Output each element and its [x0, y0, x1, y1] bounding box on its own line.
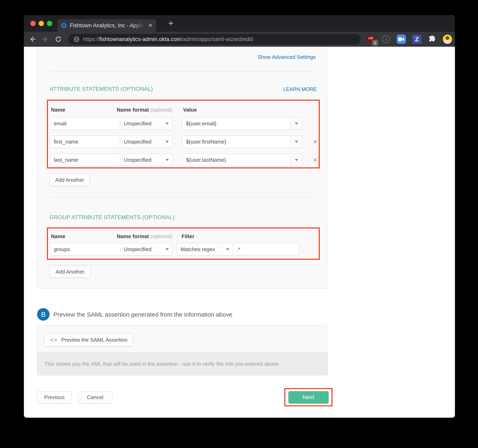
column-header-name: Name — [51, 107, 65, 113]
attribute-name-format-select[interactable]: Unspecified — [120, 135, 173, 148]
password-manager-extension-icon[interactable] — [382, 35, 390, 43]
attribute-value-dropdown-button[interactable] — [290, 117, 302, 130]
page-content: Show Advanced Settings ATTRIBUTE STATEME… — [24, 47, 455, 418]
highlight-box-group-attribute-statements: Name Name format (optional) Filter Unspe… — [47, 227, 320, 260]
extensions-puzzle-icon[interactable] — [428, 35, 436, 43]
show-advanced-settings-link[interactable]: Show Advanced Settings — [258, 54, 316, 60]
url-path: /admin/apps/saml-wizard/edit/ — [181, 36, 253, 42]
window-controls — [30, 21, 52, 26]
browser-window: Fishtown Analytics, Inc - Applic ✕ + htt… — [24, 15, 455, 418]
url-scheme: https:// — [83, 36, 99, 42]
attribute-name-format-select[interactable]: Unspecified — [120, 117, 173, 130]
name-format-optional-label: (optional) — [150, 233, 172, 239]
address-bar[interactable]: https://fishtownanalytics-admin.okta.com… — [68, 34, 361, 44]
ublock-label: uO — [368, 36, 373, 40]
close-window-button[interactable] — [30, 21, 36, 26]
minimize-window-button[interactable] — [39, 21, 44, 26]
chevron-down-icon — [226, 248, 229, 251]
z-extension-icon[interactable]: Z — [412, 35, 421, 44]
browser-toolbar: https://fishtownanalytics-admin.okta.com… — [24, 32, 455, 47]
selected-format: Unspecified — [124, 121, 151, 127]
divider — [50, 197, 316, 197]
chevron-down-icon — [165, 248, 169, 251]
chevron-down-icon — [295, 123, 298, 125]
name-format-label: Name format — [117, 233, 149, 239]
url-text: https://fishtownanalytics-admin.okta.com… — [83, 36, 253, 43]
add-another-group-attribute-button[interactable]: Add Another — [50, 266, 90, 278]
column-header-filter: Filter — [182, 233, 195, 239]
chevron-down-icon — [295, 159, 298, 161]
attribute-value-input[interactable] — [182, 135, 291, 148]
cancel-button[interactable]: Cancel — [78, 391, 112, 403]
preview-saml-assertion-button[interactable]: <> Preview the SAML Assertion — [44, 333, 133, 347]
attribute-value-input[interactable] — [182, 117, 291, 130]
chevron-down-icon — [165, 141, 169, 143]
url-host: fishtownanalytics-admin.okta.com — [99, 36, 181, 42]
group-filter-value-input[interactable] — [233, 243, 299, 256]
zoom-extension-icon[interactable] — [397, 35, 406, 44]
attribute-value-input[interactable] — [182, 154, 291, 166]
chevron-down-icon — [165, 159, 169, 161]
preview-note-area: This shows you the XML that will be used… — [37, 353, 328, 375]
column-header-value: Value — [183, 107, 197, 113]
group-name-format-select[interactable]: Unspecified — [120, 243, 173, 256]
column-header-name-format: Name format (optional) — [117, 233, 172, 239]
highlight-box-attribute-statements: Name Name format (optional) Value Unspec… — [47, 100, 320, 168]
extensions-row: uO 5 Z — [366, 35, 455, 44]
remove-row-button[interactable]: ✕ — [311, 154, 319, 166]
column-header-name: Name — [51, 233, 65, 239]
previous-button[interactable]: Previous — [37, 391, 72, 403]
attribute-statements-title: ATTRIBUTE STATEMENTS (OPTIONAL) — [50, 86, 153, 92]
browser-tab[interactable]: Fishtown Analytics, Inc - Applic ✕ — [58, 19, 156, 32]
attribute-name-input[interactable] — [50, 135, 120, 148]
attribute-value-dropdown-button[interactable] — [290, 135, 302, 148]
selected-format: Unspecified — [124, 246, 151, 252]
divider — [50, 71, 316, 72]
preview-note-text: This shows you the XML that will be used… — [44, 361, 279, 367]
attribute-name-format-select[interactable]: Unspecified — [120, 154, 173, 166]
name-format-label: Name format — [117, 107, 149, 113]
column-header-name-format: Name format (optional) — [117, 107, 172, 113]
ublock-badge: 5 — [372, 40, 378, 46]
maximize-window-button[interactable] — [47, 21, 52, 26]
preview-section-heading: Preview the SAML assertion generated fro… — [53, 311, 232, 318]
new-tab-button[interactable]: + — [165, 18, 176, 29]
preview-button-label: Preview the SAML Assertion — [61, 337, 127, 343]
forward-button[interactable] — [41, 35, 49, 43]
preview-assertion-panel: <> Preview the SAML Assertion This shows… — [37, 325, 328, 375]
tab-title: Fishtown Analytics, Inc - Applic — [70, 22, 145, 29]
group-name-input[interactable] — [50, 243, 120, 256]
remove-row-button[interactable]: ✕ — [311, 135, 319, 148]
selected-filter-type: Matches regex — [181, 246, 215, 252]
add-another-attribute-button[interactable]: Add Another — [50, 174, 90, 186]
site-globe-icon — [73, 36, 80, 43]
group-attribute-statements-title: GROUP ATTRIBUTE STATEMENTS (OPTIONAL) — [50, 214, 175, 221]
step-b-badge: B — [37, 308, 50, 321]
okta-favicon-icon — [61, 23, 67, 28]
selected-format: Unspecified — [124, 157, 151, 163]
learn-more-link[interactable]: LEARN MORE — [283, 86, 317, 92]
profile-avatar[interactable] — [443, 35, 452, 44]
next-button[interactable]: Next — [288, 391, 329, 404]
attribute-name-input[interactable] — [50, 117, 120, 130]
name-format-optional-label: (optional) — [150, 107, 172, 113]
chevron-down-icon — [165, 123, 169, 125]
selected-format: Unspecified — [124, 139, 151, 145]
ublock-extension-icon[interactable]: uO 5 — [366, 35, 375, 44]
reload-button[interactable] — [54, 35, 62, 43]
group-filter-type-select[interactable]: Matches regex — [177, 243, 233, 256]
tab-close-icon[interactable]: ✕ — [148, 23, 152, 28]
back-button[interactable] — [28, 35, 36, 43]
code-brackets-icon: <> — [50, 337, 58, 343]
tab-strip: Fishtown Analytics, Inc - Applic ✕ + — [24, 15, 455, 32]
attribute-value-dropdown-button[interactable] — [290, 154, 302, 166]
attribute-name-input[interactable] — [50, 154, 120, 166]
chevron-down-icon — [295, 141, 298, 143]
highlight-box-next: Next — [284, 388, 333, 406]
